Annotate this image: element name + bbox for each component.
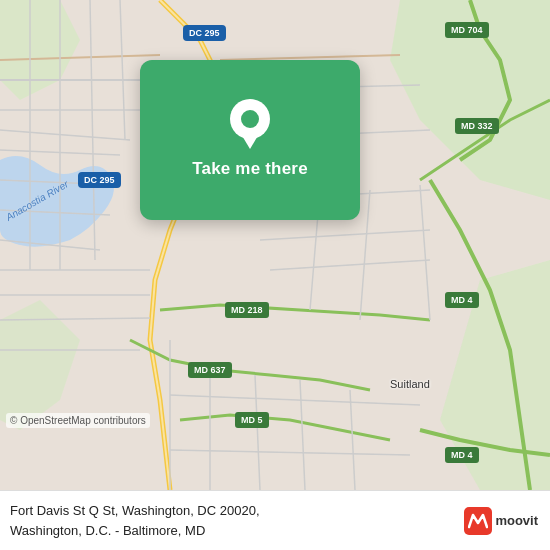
road-shield-md704: MD 704 xyxy=(445,22,489,38)
place-label-suitland: Suitland xyxy=(390,378,430,390)
moovit-logo: moovit xyxy=(464,507,538,535)
address-line1: Fort Davis St Q St, Washington, DC 20020… xyxy=(10,501,260,521)
moovit-logo-icon xyxy=(464,507,492,535)
road-shield-md332: MD 332 xyxy=(455,118,499,134)
road-shield-dc295-top: DC 295 xyxy=(183,25,226,41)
bottom-bar: Fort Davis St Q St, Washington, DC 20020… xyxy=(0,490,550,550)
road-shield-md4-bottom: MD 4 xyxy=(445,447,479,463)
address-line2: Washington, D.C. - Baltimore, MD xyxy=(10,521,260,541)
svg-point-39 xyxy=(241,110,259,128)
moovit-label: moovit xyxy=(495,513,538,528)
take-me-there-button[interactable]: Take me there xyxy=(192,159,308,179)
road-shield-md4-right: MD 4 xyxy=(445,292,479,308)
address-text: Fort Davis St Q St, Washington, DC 20020… xyxy=(10,501,260,540)
road-shield-dc295-mid: DC 295 xyxy=(78,172,121,188)
road-shield-md5: MD 5 xyxy=(235,412,269,428)
road-shield-md218: MD 218 xyxy=(225,302,269,318)
osm-credit: © OpenStreetMap contributors xyxy=(6,413,150,428)
map-container: DC 295 MD 704 MD 332 DC 295 MD 4 MD 218 … xyxy=(0,0,550,490)
location-card: Take me there xyxy=(140,60,360,220)
svg-marker-38 xyxy=(238,129,262,149)
road-shield-md637: MD 637 xyxy=(188,362,232,378)
map-pin-icon xyxy=(226,101,274,149)
